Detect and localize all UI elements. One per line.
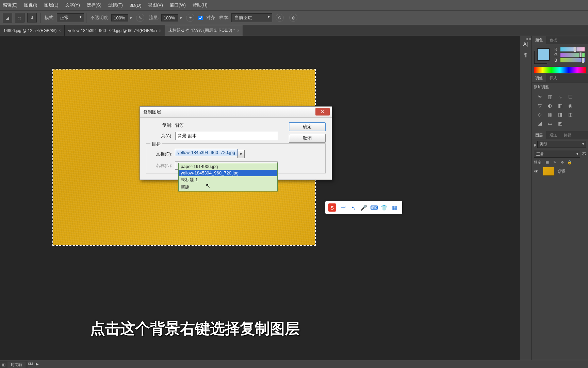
channel-mixer-icon[interactable]: ◇ — [535, 111, 544, 118]
canvas-area[interactable]: 复制图层 ✕ 确定 取消 复制: 背景 为(A): 目标 — [0, 36, 519, 360]
brightness-icon[interactable]: ☀ — [535, 93, 544, 101]
channels-tab[interactable]: 通道 — [546, 131, 560, 139]
exposure-icon[interactable]: ☐ — [566, 93, 575, 101]
paragraph-panel-icon[interactable]: ¶ — [522, 50, 530, 59]
menubar: 编辑(E) 图像(I) 图层(L) 文字(Y) 选择(S) 滤镜(T) 3D(D… — [0, 0, 588, 10]
ignore-adj-icon[interactable]: ⊘ — [276, 14, 284, 22]
g-slider[interactable] — [560, 53, 585, 57]
ime-skin-icon[interactable]: 👕 — [380, 203, 389, 212]
menu-filter[interactable]: 滤镜(T) — [108, 2, 123, 8]
character-panel-icon[interactable]: A| — [522, 40, 530, 48]
dd-option-3[interactable]: 新建 — [179, 184, 277, 191]
lookup-icon[interactable]: ▦ — [545, 111, 554, 118]
close-tab-icon[interactable]: × — [237, 28, 239, 33]
visibility-icon[interactable]: 👁 — [534, 169, 540, 174]
menu-window[interactable]: 窗口(W) — [170, 2, 186, 8]
sample-dropdown[interactable]: 当前图层 — [231, 13, 272, 22]
tool-preset-icon[interactable]: ◢ — [3, 13, 12, 22]
gradient-map-icon[interactable]: ▭ — [545, 120, 554, 127]
status-menu-icon[interactable]: ▶ — [36, 362, 38, 366]
r-slider[interactable] — [560, 47, 585, 51]
menu-type[interactable]: 文字(Y) — [65, 2, 80, 8]
as-input[interactable] — [175, 132, 278, 140]
doc-dropdown-button[interactable]: ▼ — [237, 150, 245, 158]
menu-edit[interactable]: 编辑(E) — [3, 2, 17, 8]
menu-help[interactable]: 帮助(H) — [193, 2, 208, 8]
adjust-tab[interactable]: 调整 — [532, 74, 546, 82]
layer-row-bg[interactable]: 👁 背景 — [532, 166, 588, 177]
document-tabs: 14906.jpg @ 12.5%(RGB/8#)× yellow-184539… — [0, 25, 588, 36]
photo-filter-icon[interactable]: ◉ — [566, 102, 575, 109]
invert-icon[interactable]: ◨ — [556, 111, 565, 118]
brush-preset-icon[interactable]: ⬇ — [27, 13, 37, 22]
menu-image[interactable]: 图像(I) — [24, 2, 37, 8]
threshold-icon[interactable]: ◪ — [535, 120, 544, 127]
selective-color-icon[interactable]: ◩ — [556, 120, 565, 127]
styles-tab[interactable]: 样式 — [546, 74, 560, 82]
tablet-opacity-icon[interactable]: ✎ — [136, 14, 144, 22]
dialog-titlebar[interactable]: 复制图层 ✕ — [140, 107, 332, 118]
blend-mode-dropdown[interactable]: 正常 — [534, 151, 580, 158]
paths-tab[interactable]: 路径 — [560, 131, 575, 139]
b-slider[interactable] — [560, 58, 585, 62]
menu-3d[interactable]: 3D(D) — [130, 3, 142, 8]
posterize-icon[interactable]: ◫ — [566, 111, 575, 118]
doc-tab-2[interactable]: 未标题-1 @ 47.9% (图层 3, RGB/8) *× — [165, 25, 243, 36]
lock-paint-icon[interactable]: ✎ — [552, 160, 557, 165]
color-tab[interactable]: 颜色 — [532, 36, 546, 44]
close-button[interactable]: ✕ — [315, 108, 330, 116]
dd-option-0[interactable]: paper-1914906.jpg — [179, 163, 277, 170]
doc-dropdown-list[interactable]: paper-1914906.jpg yellow-1845394_960_720… — [178, 163, 278, 191]
menu-layer[interactable]: 图层(L) — [44, 2, 59, 8]
sogou-logo-icon[interactable]: S — [328, 203, 336, 212]
flow-value[interactable]: 100% — [161, 14, 178, 21]
collapse-icon[interactable]: ◀◀ — [525, 37, 531, 41]
curves-icon[interactable]: ∿ — [556, 93, 565, 101]
layer-filter-dropdown[interactable]: 类型 — [537, 141, 586, 148]
r-label: R — [554, 47, 559, 52]
lock-pixels-icon[interactable]: ▦ — [544, 160, 550, 165]
g-label: G — [554, 52, 559, 57]
ime-menu-icon[interactable]: ▦ — [390, 203, 399, 212]
ime-voice-icon[interactable]: 🎤 — [359, 203, 368, 212]
duplicate-label: 复制: — [146, 122, 175, 128]
ime-lang-icon[interactable]: 中 — [339, 203, 348, 212]
foreground-color-swatch[interactable] — [537, 48, 550, 61]
doc-tab-1[interactable]: yellow-1845394_960_720.jpg @ 66.7%(RGB/8… — [65, 25, 165, 36]
ime-keyboard-icon[interactable]: ⌨ — [370, 203, 378, 212]
timeline-tab[interactable]: 时间轴 — [7, 362, 26, 368]
close-tab-icon[interactable]: × — [59, 28, 61, 33]
layers-tab[interactable]: 图层 — [532, 131, 546, 139]
tablet-size-icon[interactable]: ◐ — [289, 14, 297, 22]
menu-view[interactable]: 视图(V) — [148, 2, 163, 8]
dd-option-1[interactable]: yellow-1845394_960_720.jpg — [179, 170, 277, 176]
mode-label: 模式: — [45, 15, 55, 21]
ime-toolbar[interactable]: S 中 •, 🎤 ⌨ 👕 ▦ — [325, 201, 402, 214]
doc-select[interactable]: yellow-1845394_960_720.jpg — [175, 149, 238, 156]
options-bar: ◢ ⎌ ⬇ 模式: 正常 不透明度: 100% ▾ ✎ 流量: 100% ▾ ✈… — [0, 10, 588, 25]
mode-dropdown[interactable]: 正常 — [57, 13, 84, 22]
name-label: 名称(N): — [150, 163, 175, 169]
vibrance-icon[interactable]: ▽ — [535, 102, 544, 109]
menu-select[interactable]: 选择(S) — [87, 2, 101, 8]
doc-label: 文档(D): — [150, 151, 175, 157]
clone-tool-icon[interactable]: ⎌ — [15, 13, 24, 22]
dd-option-2[interactable]: 未标题-1 — [179, 176, 277, 184]
levels-icon[interactable]: ▥ — [545, 93, 554, 101]
lock-position-icon[interactable]: ✥ — [559, 160, 565, 165]
layer-thumbnail[interactable] — [543, 167, 554, 176]
ok-button[interactable]: 确定 — [289, 122, 326, 131]
opacity-value[interactable]: 100% — [111, 14, 128, 21]
ime-punct-icon[interactable]: •, — [349, 203, 358, 212]
align-checkbox[interactable] — [198, 16, 203, 20]
doc-tab-0[interactable]: 14906.jpg @ 12.5%(RGB/8#)× — [0, 25, 65, 36]
cancel-button[interactable]: 取消 — [289, 134, 326, 143]
bw-icon[interactable]: ◧ — [556, 102, 565, 109]
layer-name[interactable]: 背景 — [557, 169, 586, 174]
swatch-tab[interactable]: 色板 — [546, 36, 560, 44]
lock-all-icon[interactable]: 🔒 — [567, 160, 572, 165]
close-tab-icon[interactable]: × — [159, 28, 161, 33]
color-spectrum[interactable] — [534, 67, 586, 73]
airbrush-icon[interactable]: ✈ — [186, 14, 194, 22]
hue-icon[interactable]: ◐ — [545, 102, 554, 109]
